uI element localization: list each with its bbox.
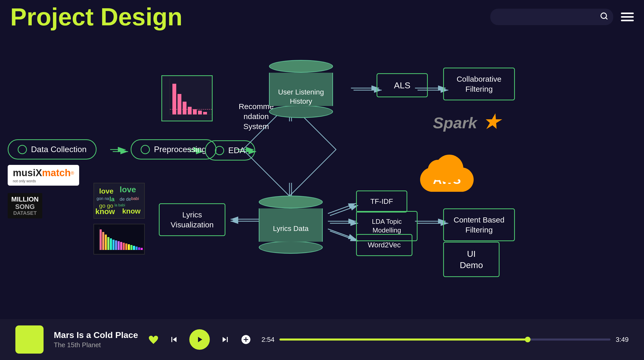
svg-text:de de: de de bbox=[120, 197, 131, 202]
preprocessing-label: Preprocessing bbox=[154, 145, 206, 154]
svg-line-1 bbox=[606, 18, 607, 19]
svg-rect-37 bbox=[198, 111, 202, 114]
content-based-filtering-label: Content BasedFiltering bbox=[454, 216, 504, 234]
svg-rect-69 bbox=[138, 247, 140, 250]
svg-text:la: la bbox=[109, 196, 115, 203]
player-bar: Mars Is a Cold Place The 15th Planet bbox=[0, 319, 644, 360]
svg-rect-55 bbox=[102, 232, 104, 250]
als-label: ALS bbox=[394, 80, 410, 90]
musixmatch-logo: musiXmatch® not only words bbox=[8, 165, 79, 186]
svg-rect-33 bbox=[178, 94, 181, 114]
eda-chart-thumbnail bbox=[161, 75, 213, 121]
oval-circle-preprocessing bbox=[141, 145, 150, 154]
progress-dot bbox=[525, 337, 531, 342]
play-button[interactable] bbox=[189, 329, 210, 350]
collaborative-filtering-node: CollaborativeFiltering bbox=[443, 68, 515, 100]
eda-label: EDA bbox=[228, 146, 245, 155]
svg-text:love: love bbox=[120, 185, 136, 194]
svg-rect-62 bbox=[120, 242, 122, 250]
search-icon bbox=[600, 12, 608, 22]
svg-line-21 bbox=[328, 203, 356, 214]
wordcloud-thumbnail: love love gon na la de de babi go go la … bbox=[94, 183, 145, 219]
preprocessing-node: Preprocessing bbox=[131, 139, 216, 160]
oval-circle-data-collection bbox=[18, 145, 27, 154]
als-node: ALS bbox=[377, 73, 428, 97]
svg-rect-54 bbox=[100, 229, 102, 250]
ui-demo-label: UIDemo bbox=[460, 249, 483, 270]
svg-line-22 bbox=[330, 205, 358, 216]
word2vec-node: Word2Vec bbox=[356, 234, 412, 256]
user-listening-history-label: User ListeningHistory bbox=[275, 88, 327, 106]
barchart-thumbnail bbox=[94, 224, 145, 255]
total-time: 3:49 bbox=[616, 336, 629, 344]
user-listening-history-node: User ListeningHistory bbox=[269, 60, 333, 118]
add-button[interactable] bbox=[241, 334, 251, 345]
svg-text:la babi: la babi bbox=[115, 203, 125, 207]
search-input[interactable] bbox=[490, 9, 613, 25]
prev-button[interactable] bbox=[169, 334, 179, 345]
header: Project Design bbox=[0, 0, 644, 29]
ui-demo-node: UIDemo bbox=[443, 242, 500, 277]
tf-idf-label: TF-IDF bbox=[370, 197, 393, 205]
svg-rect-68 bbox=[136, 247, 138, 250]
menu-icon[interactable] bbox=[621, 13, 634, 21]
progress-section: 2:54 3:49 bbox=[262, 336, 629, 344]
svg-text:gon na: gon na bbox=[97, 196, 109, 201]
word2vec-label: Word2Vec bbox=[368, 241, 401, 249]
progress-fill bbox=[279, 338, 528, 341]
svg-text:know: know bbox=[95, 207, 115, 216]
svg-text:love: love bbox=[99, 187, 113, 195]
like-button[interactable] bbox=[148, 335, 159, 344]
svg-rect-70 bbox=[141, 248, 143, 250]
oval-circle-eda bbox=[215, 146, 224, 155]
page-title: Project Design bbox=[10, 5, 182, 29]
svg-line-25 bbox=[328, 229, 356, 239]
svg-rect-65 bbox=[128, 244, 130, 250]
svg-text:know: know bbox=[122, 207, 141, 215]
svg-rect-38 bbox=[203, 112, 207, 114]
track-title: Mars Is a Cold Place bbox=[54, 330, 138, 340]
aws-label: AWS bbox=[433, 173, 461, 186]
lyrics-visualization-label: LyricsVisualization bbox=[171, 210, 214, 229]
svg-rect-60 bbox=[115, 240, 117, 250]
search-wrapper bbox=[490, 9, 613, 25]
svg-rect-63 bbox=[123, 243, 125, 250]
svg-rect-64 bbox=[125, 243, 127, 250]
next-button[interactable] bbox=[220, 334, 230, 345]
track-info: Mars Is a Cold Place The 15th Planet bbox=[54, 330, 138, 349]
content-based-filtering-node: Content BasedFiltering bbox=[443, 208, 515, 241]
lyrics-visualization-node: LyricsVisualization bbox=[159, 203, 225, 236]
svg-rect-57 bbox=[107, 237, 109, 250]
svg-rect-66 bbox=[130, 245, 132, 250]
track-artist: The 15th Planet bbox=[54, 341, 138, 349]
data-collection-label: Data Collection bbox=[31, 145, 87, 154]
tf-idf-node: TF-IDF bbox=[356, 190, 407, 213]
diagram-area: Data Collection musiXmatch® not only wor… bbox=[0, 34, 644, 255]
svg-line-26 bbox=[330, 231, 358, 241]
album-art bbox=[15, 325, 44, 354]
progress-bar[interactable] bbox=[279, 338, 610, 341]
svg-rect-61 bbox=[118, 241, 120, 250]
lyrics-data-label: Lyrics Data bbox=[265, 224, 316, 233]
lyrics-data-node: Lyrics Data bbox=[259, 196, 323, 254]
header-right bbox=[490, 9, 634, 25]
svg-rect-35 bbox=[188, 107, 192, 114]
player-controls bbox=[148, 329, 251, 350]
lda-label: LDA TopicModelling bbox=[372, 218, 402, 234]
svg-rect-58 bbox=[110, 238, 112, 250]
million-song-dataset: MILLION SONG DATASET bbox=[8, 193, 42, 218]
svg-text:babi: babi bbox=[131, 196, 139, 201]
svg-rect-32 bbox=[172, 84, 176, 114]
svg-rect-67 bbox=[133, 246, 135, 250]
svg-rect-56 bbox=[105, 235, 107, 250]
svg-rect-34 bbox=[183, 102, 186, 114]
spark-logo: Spark ★ bbox=[433, 111, 500, 133]
collaborative-filtering-label: CollaborativeFiltering bbox=[456, 75, 501, 93]
current-time: 2:54 bbox=[262, 336, 275, 344]
svg-rect-36 bbox=[193, 109, 197, 114]
data-collection-node: Data Collection bbox=[8, 139, 97, 160]
svg-rect-59 bbox=[112, 240, 115, 250]
